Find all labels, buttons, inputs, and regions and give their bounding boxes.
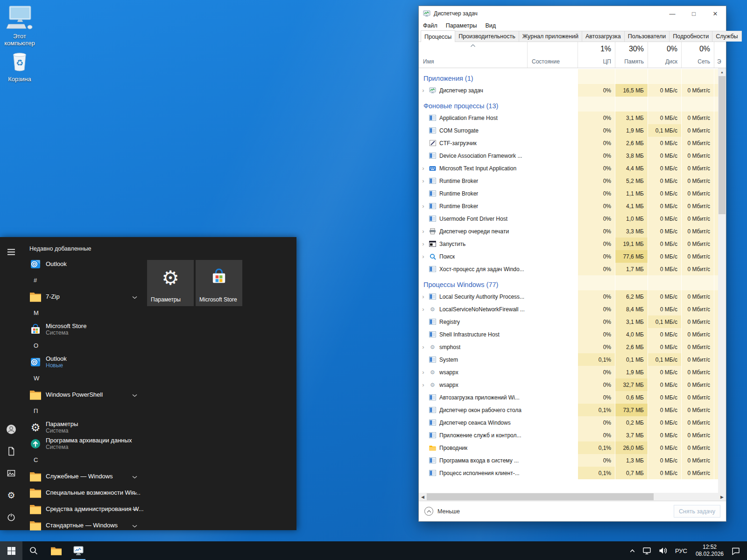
scroll-right-arrow[interactable]: ▶ [718, 493, 726, 501]
process-row[interactable]: Диспетчер сеанса Windows0%0,2 МБ0 МБ/с0 … [419, 416, 726, 429]
taskbar-task-manager-button[interactable] [67, 541, 90, 560]
tray-volume-icon[interactable] [655, 541, 671, 560]
process-row[interactable]: Автозагрузка приложений Wi...0%0,6 МБ0 М… [419, 391, 726, 404]
tile-microsoft-store[interactable]: Microsoft Store [196, 260, 242, 306]
process-group-header[interactable]: Фоновые процессы (13) [419, 97, 726, 112]
process-row[interactable]: Хост-процесс для задач Windo...0%1,7 МБ0… [419, 263, 726, 275]
start-menu-folder[interactable]: Средства администрирования W... [22, 501, 148, 517]
process-row[interactable]: ›⚙smphost0%2,6 МБ0 МБ/с0 Мбит/с [419, 341, 726, 353]
process-row[interactable]: ›Runtime Broker0%4,1 МБ0 МБ/с0 Мбит/с [419, 200, 726, 212]
vertical-scrollbar-thumb[interactable] [719, 76, 726, 214]
tab-startup[interactable]: Автозагрузка [582, 31, 625, 42]
desktop-icon-recycle-bin[interactable]: ♻ Корзина [0, 50, 39, 83]
expand-chevron-icon[interactable]: › [419, 165, 428, 172]
close-button[interactable]: ✕ [705, 6, 726, 21]
app-list-letter[interactable]: П [22, 403, 148, 419]
tab-details[interactable]: Подробности [669, 31, 712, 42]
expand-chevron-icon[interactable]: › [419, 343, 428, 350]
maximize-button[interactable]: □ [683, 6, 705, 21]
user-account-icon[interactable] [0, 420, 22, 439]
column-header-name[interactable]: Имя [419, 42, 527, 68]
fewer-details-button[interactable]: Меньше [424, 507, 460, 516]
process-row[interactable]: Процесс исполнения клиент-...0,1%0,7 МБ0… [419, 467, 726, 479]
expand-chevron-icon[interactable]: › [419, 228, 428, 235]
end-task-button[interactable]: Снять задачу [674, 505, 720, 518]
expand-chevron-icon[interactable]: › [419, 87, 428, 94]
start-menu-folder[interactable]: Служебные — Windows [22, 468, 148, 484]
power-icon[interactable] [0, 508, 22, 526]
tab-services[interactable]: Службы [712, 31, 741, 42]
column-header-memory[interactable]: 30% Память [615, 42, 648, 68]
column-header-status[interactable]: Состояние [527, 42, 578, 68]
process-row[interactable]: ›Microsoft Text Input Application0%4,4 М… [419, 162, 726, 175]
process-row[interactable]: Shell Infrastructure Host0%4,0 МБ0 МБ/с0… [419, 328, 726, 341]
horizontal-scrollbar[interactable]: ◀ ▶ [419, 493, 726, 501]
menu-view[interactable]: Вид [485, 21, 500, 30]
tile-settings[interactable]: ⚙ Параметры [147, 260, 194, 306]
start-menu-app[interactable]: Outlook [22, 256, 148, 272]
process-row[interactable]: Проводник0,1%26,0 МБ0 МБ/с0 Мбит/с [419, 441, 726, 454]
tab-app-history[interactable]: Журнал приложений [519, 31, 582, 42]
process-row[interactable]: Application Frame Host0%3,1 МБ0 МБ/с0 Мб… [419, 112, 726, 124]
start-menu-app[interactable]: Программа архивации данныхСистема [22, 435, 148, 452]
pictures-icon[interactable] [0, 464, 22, 483]
taskbar-search-button[interactable] [22, 541, 45, 560]
minimize-button[interactable]: — [662, 6, 683, 21]
start-menu-app[interactable]: OutlookНовые [22, 354, 148, 370]
app-list-letter[interactable]: С [22, 452, 148, 468]
process-row[interactable]: System0,1%0,1 МБ0,1 МБ/с0 Мбит/с [419, 353, 726, 366]
tray-network-icon[interactable] [639, 541, 655, 560]
process-row[interactable]: Usermode Font Driver Host0%1,0 МБ0 МБ/с0… [419, 212, 726, 225]
process-row[interactable]: ›Local Security Authority Process...0%6,… [419, 290, 726, 303]
process-group-header[interactable]: Процессы Windows (77) [419, 275, 726, 290]
process-row[interactable]: ›Диспетчер задач0%16,5 МБ0 МБ/с0 Мбит/с [419, 84, 726, 97]
start-menu-folder[interactable]: 7-Zip [22, 288, 148, 305]
column-header-network[interactable]: 0% Сеть [681, 42, 714, 68]
hamburger-menu-icon[interactable] [0, 243, 22, 261]
process-row[interactable]: Приложение служб и контрол...0%3,7 МБ0 М… [419, 429, 726, 441]
app-list-letter[interactable]: М [22, 305, 148, 321]
process-row[interactable]: COM Surrogate0%1,9 МБ0,1 МБ/с0 Мбит/с [419, 124, 726, 137]
expand-chevron-icon[interactable]: › [419, 369, 428, 376]
process-row[interactable]: ›⚙wsappx0%32,7 МБ0 МБ/с0 Мбит/с [419, 378, 726, 391]
expand-chevron-icon[interactable]: › [419, 381, 428, 388]
process-row[interactable]: ›Запустить0%19,1 МБ0 МБ/с0 Мбит/с [419, 238, 726, 250]
menu-options[interactable]: Параметры [446, 21, 481, 30]
vertical-scrollbar[interactable]: ▲ [718, 68, 726, 493]
column-header-disk[interactable]: 0% Диск [648, 42, 681, 68]
process-row[interactable]: Диспетчер окон рабочего стола0,1%73,7 МБ… [419, 404, 726, 416]
process-row[interactable]: ›⚙LocalServiceNoNetworkFirewall ...0%8,4… [419, 303, 726, 315]
expand-chevron-icon[interactable]: › [419, 253, 428, 260]
tray-chevron-up-icon[interactable] [626, 541, 639, 560]
action-center-icon[interactable] [728, 541, 747, 560]
start-menu-folder[interactable]: Специальные возможности Win... [22, 484, 148, 501]
process-row[interactable]: ›Runtime Broker0%5,2 МБ0 МБ/с0 Мбит/с [419, 175, 726, 187]
horizontal-scrollbar-thumb[interactable] [427, 493, 654, 500]
scroll-left-arrow[interactable]: ◀ [419, 493, 427, 501]
start-menu-app[interactable]: ⚙ПараметрыСистема [22, 419, 148, 435]
expand-chevron-icon[interactable]: › [419, 240, 428, 247]
column-header-cpu[interactable]: 1% ЦП [578, 42, 615, 68]
process-row[interactable]: ›Поиск0%77,6 МБ0 МБ/с0 Мбит/с [419, 250, 726, 263]
process-row[interactable]: Registry0%3,1 МБ0,1 МБ/с0 Мбит/с [419, 315, 726, 328]
process-row[interactable]: Device Association Framework ...0%3,8 МБ… [419, 149, 726, 162]
tab-users[interactable]: Пользователи [624, 31, 670, 42]
process-group-header[interactable]: Приложения (1) [419, 69, 726, 84]
app-list-letter[interactable]: W [22, 370, 148, 386]
process-row[interactable]: ›Диспетчер очереди печати0%3,3 МБ0 МБ/с0… [419, 225, 726, 238]
expand-chevron-icon[interactable]: › [419, 177, 428, 184]
menu-file[interactable]: Файл [423, 21, 442, 30]
desktop-icon-this-pc[interactable]: Этот компьютер [0, 6, 39, 47]
tab-performance[interactable]: Производительность [455, 31, 519, 42]
process-row[interactable]: Runtime Broker0%1,1 МБ0 МБ/с0 Мбит/с [419, 187, 726, 200]
app-list-letter[interactable]: # [22, 272, 148, 288]
scroll-up-arrow[interactable]: ▲ [718, 68, 726, 76]
clock[interactable]: 12:52 08.02.2026 [691, 544, 728, 558]
language-indicator[interactable]: РУС [671, 547, 691, 554]
process-row[interactable]: Программа входа в систему ...0%1,3 МБ0 М… [419, 454, 726, 467]
start-button[interactable] [0, 541, 22, 560]
tab-processes[interactable]: Процессы [421, 30, 455, 42]
start-menu-folder[interactable]: Windows PowerShell [22, 386, 148, 403]
taskmanager-titlebar[interactable]: Диспетчер задач — □ ✕ [419, 6, 726, 21]
expand-chevron-icon[interactable]: › [419, 306, 428, 313]
